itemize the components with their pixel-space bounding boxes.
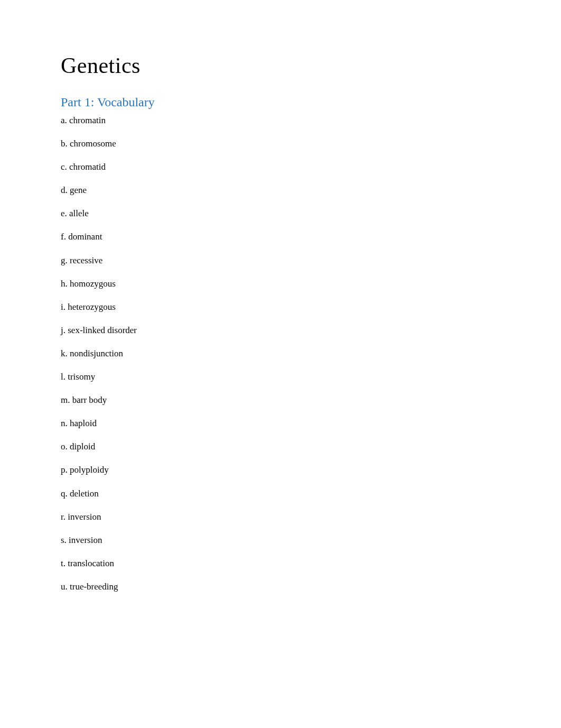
list-item: o. diploid	[61, 441, 500, 453]
list-item: g. recessive	[61, 255, 500, 266]
list-item: j. sex-linked disorder	[61, 325, 500, 336]
list-item: r. inversion	[61, 511, 500, 523]
vocabulary-list: a. chromatin b. chromosome c. chromatid …	[61, 115, 500, 593]
list-item: u. true-breeding	[61, 581, 500, 593]
list-item: f. dominant	[61, 231, 500, 243]
list-item: b. chromosome	[61, 138, 500, 150]
list-item: c. chromatid	[61, 161, 500, 173]
list-item: e. allele	[61, 208, 500, 219]
list-item: s. inversion	[61, 535, 500, 546]
list-item: d. gene	[61, 185, 500, 196]
list-item: p. polyploidy	[61, 464, 500, 476]
list-item: t. translocation	[61, 558, 500, 569]
list-item: m. barr body	[61, 394, 500, 406]
page-title: Genetics	[61, 53, 500, 78]
list-item: a. chromatin	[61, 115, 500, 126]
list-item: q. deletion	[61, 488, 500, 500]
list-item: l. trisomy	[61, 371, 500, 383]
list-item: k. nondisjunction	[61, 348, 500, 360]
section-heading: Part 1: Vocabulary	[61, 95, 500, 109]
list-item: h. homozygous	[61, 278, 500, 290]
list-item: n. haploid	[61, 418, 500, 429]
list-item: i. heterozygous	[61, 301, 500, 313]
